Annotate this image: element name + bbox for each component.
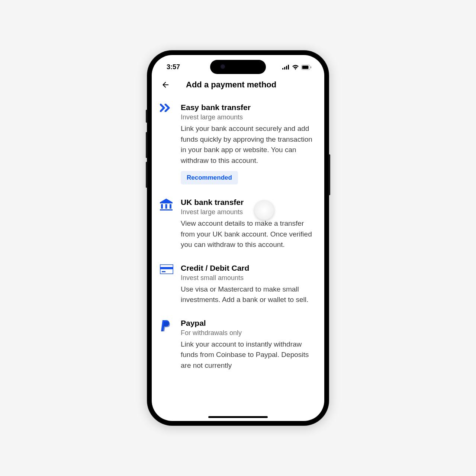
arrow-left-icon [161, 80, 170, 89]
double-chevron-icon [160, 103, 175, 113]
method-subtitle: Invest large amounts [181, 113, 316, 121]
status-time: 3:57 [163, 63, 180, 71]
svg-rect-0 [282, 68, 283, 70]
method-subtitle: Invest small amounts [181, 274, 316, 282]
method-title: Paypal [181, 319, 316, 328]
svg-rect-9 [170, 204, 171, 209]
svg-rect-1 [284, 67, 285, 70]
back-button[interactable] [160, 79, 171, 90]
svg-rect-12 [160, 267, 173, 269]
volume-up-button [146, 132, 147, 158]
method-title: UK bank transfer [181, 198, 316, 207]
svg-rect-10 [160, 209, 173, 210]
cellular-signal-icon [282, 65, 290, 70]
method-description: Use visa or Mastercard to make small inv… [181, 284, 316, 305]
method-credit-debit-card[interactable]: Credit / Debit Card Invest small amounts… [160, 257, 316, 312]
svg-rect-13 [162, 271, 165, 272]
silence-switch [146, 110, 147, 123]
status-indicators [282, 65, 313, 70]
method-paypal[interactable]: Paypal For withdrawals only Link your ac… [160, 312, 316, 378]
recommended-badge: Recommended [181, 171, 238, 184]
phone-screen: 3:57 Add a payment method [152, 55, 324, 421]
volume-down-button [146, 162, 147, 188]
home-indicator[interactable] [208, 416, 268, 418]
phone-frame: 3:57 Add a payment method [147, 50, 329, 426]
svg-rect-5 [302, 65, 309, 69]
method-title: Credit / Debit Card [181, 264, 316, 273]
svg-rect-8 [165, 204, 167, 209]
payment-method-list: Easy bank transfer Invest large amounts … [152, 96, 324, 414]
touch-indicator [254, 200, 274, 221]
method-description: View account details to make a transfer … [181, 218, 316, 250]
bank-icon [160, 198, 175, 212]
wifi-icon [292, 65, 299, 70]
method-description: Link your account to instantly withdraw … [181, 339, 316, 371]
svg-rect-7 [161, 204, 163, 209]
method-title: Easy bank transfer [181, 103, 316, 112]
method-uk-bank-transfer[interactable]: UK bank transfer Invest large amounts Vi… [160, 191, 316, 257]
method-description: Link your bank account securely and add … [181, 123, 316, 166]
svg-rect-6 [311, 66, 311, 68]
page-title: Add a payment method [186, 80, 276, 90]
card-icon [160, 264, 175, 276]
method-subtitle: For withdrawals only [181, 329, 316, 337]
nav-bar: Add a payment method [152, 75, 324, 96]
svg-rect-3 [288, 65, 289, 70]
method-subtitle: Invest large amounts [181, 208, 316, 216]
svg-rect-2 [286, 66, 287, 70]
battery-icon [301, 65, 312, 70]
method-easy-bank-transfer[interactable]: Easy bank transfer Invest large amounts … [160, 96, 316, 191]
paypal-icon [160, 319, 175, 334]
power-button [329, 154, 330, 195]
notch [210, 60, 266, 74]
